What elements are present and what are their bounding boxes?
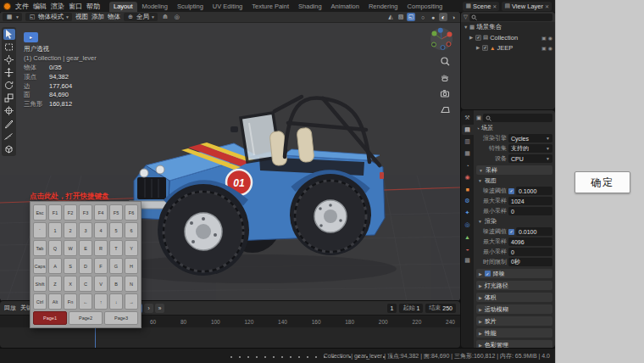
- properties-tab-icon[interactable]: ◔: [462, 160, 474, 170]
- workspace-tab[interactable]: Modeling: [138, 2, 172, 12]
- measure-tool[interactable]: [3, 131, 15, 142]
- collapsed-section-header[interactable]: ▶ 胶片: [476, 316, 552, 326]
- properties-tab-icon[interactable]: ▥: [462, 137, 474, 147]
- keyboard-key[interactable]: X: [64, 276, 77, 292]
- annotate-tool[interactable]: [3, 118, 15, 129]
- viewport-noise-field[interactable]: 0.1000: [516, 187, 552, 195]
- render-subsection-header[interactable]: ▼ 渲染: [476, 217, 552, 226]
- collapsed-section-header[interactable]: ▶ 体积: [476, 293, 552, 302]
- viewport-menu-item[interactable]: 添加: [92, 13, 104, 21]
- outliner-row-collection[interactable]: ▶ ✓ ▤ Collection ▣◉: [461, 32, 555, 42]
- workspace-tab[interactable]: Layout: [109, 2, 137, 12]
- transform-tool[interactable]: [3, 105, 15, 116]
- keyboard-key[interactable]: 6: [125, 222, 138, 238]
- zoom-icon[interactable]: [440, 56, 450, 66]
- keyboard-page-key[interactable]: Page1: [33, 311, 67, 325]
- keyboard-key[interactable]: B: [109, 276, 123, 292]
- box-select-tool[interactable]: [3, 42, 15, 53]
- scene-selector[interactable]: ▦ Scene ✕: [463, 2, 499, 11]
- keyboard-page-key[interactable]: Page2: [69, 311, 103, 325]
- keyboard-key[interactable]: F6: [125, 204, 138, 221]
- keyboard-key[interactable]: V: [94, 276, 108, 292]
- workspace-tab[interactable]: Animation: [327, 2, 364, 12]
- keyboard-key[interactable]: C: [79, 276, 92, 292]
- sampling-section-header[interactable]: ▼ 采样: [476, 165, 552, 175]
- properties-tab-icon[interactable]: ◉: [462, 172, 474, 182]
- properties-tab-icon[interactable]: ■: [462, 184, 474, 194]
- current-frame-field[interactable]: 1: [387, 304, 397, 313]
- keyboard-key[interactable]: Esc: [33, 204, 47, 221]
- collapsed-section-header[interactable]: ▶ 色彩管理: [476, 340, 552, 348]
- keyboard-key[interactable]: F1: [48, 204, 62, 221]
- feature-set-dropdown[interactable]: 支持的▼: [508, 144, 552, 153]
- viewport-min-samples-field[interactable]: 0: [508, 207, 552, 215]
- topbar-menu-item[interactable]: 窗口: [69, 2, 82, 11]
- workspace-tab[interactable]: UV Editing: [208, 2, 247, 12]
- outliner-row-jeep[interactable]: ▶ ✓ ▲ JEEP ▣◉: [461, 42, 555, 53]
- denoise-section-header[interactable]: ▶ ✓ 降噪: [476, 269, 552, 278]
- properties-tab-icon[interactable]: ⚙: [462, 196, 474, 206]
- properties-tab-icon[interactable]: ▲: [462, 232, 474, 242]
- device-dropdown[interactable]: CPU▼: [508, 154, 552, 163]
- keyboard-key[interactable]: F3: [79, 204, 92, 221]
- keyboard-key[interactable]: Caps: [33, 258, 47, 274]
- outliner-search-input[interactable]: [469, 14, 552, 21]
- keyboard-key[interactable]: 5: [109, 222, 123, 238]
- timeline-track-area[interactable]: [0, 327, 460, 348]
- keyboard-key[interactable]: 1: [48, 222, 62, 238]
- keyboard-key[interactable]: Q: [48, 240, 62, 256]
- scale-tool[interactable]: [3, 92, 15, 103]
- rendered-shading-icon[interactable]: ◑: [449, 13, 458, 21]
- material-shading-icon[interactable]: ◐: [439, 13, 447, 21]
- start-frame-field[interactable]: 起始1: [399, 304, 423, 313]
- keyboard-key[interactable]: D: [79, 258, 92, 274]
- topbar-menu-item[interactable]: 编辑: [33, 2, 47, 11]
- keyboard-page-key[interactable]: Page3: [104, 311, 138, 325]
- keyboard-key[interactable]: F4: [94, 204, 108, 221]
- time-limit-field[interactable]: 0秒: [508, 258, 552, 266]
- outliner-row-scene-collection[interactable]: ▼ ▦ 场景集合: [461, 22, 555, 32]
- rotate-tool[interactable]: [3, 80, 15, 91]
- render-min-samples-field[interactable]: 0: [508, 248, 552, 256]
- keyboard-key[interactable]: Alt: [48, 293, 62, 310]
- workspace-tab[interactable]: Sculpting: [173, 2, 208, 12]
- keyboard-key[interactable]: G: [109, 258, 123, 274]
- tweak-select-tool[interactable]: [3, 29, 15, 40]
- selectable-icon[interactable]: ▣: [541, 35, 547, 41]
- collection-checkbox[interactable]: ✓: [475, 35, 481, 41]
- blender-logo-icon[interactable]: [3, 3, 11, 10]
- confirm-button[interactable]: 确定: [575, 171, 630, 193]
- keyboard-key[interactable]: `: [33, 222, 47, 238]
- denoise-checkbox[interactable]: ✓: [485, 271, 491, 276]
- workspace-tab[interactable]: Shading: [294, 2, 326, 12]
- viewport-menu-item[interactable]: 物体: [108, 13, 120, 21]
- expand-caret-icon[interactable]: ▶: [469, 35, 474, 40]
- selectable-icon[interactable]: ▣: [541, 45, 547, 51]
- overlays-toggle-icon[interactable]: ▧: [397, 13, 405, 21]
- keyboard-key[interactable]: A: [48, 258, 62, 274]
- camera-view-icon[interactable]: [440, 88, 450, 98]
- keyboard-key[interactable]: Z: [48, 276, 62, 292]
- topbar-menu-item[interactable]: 文件: [15, 2, 29, 11]
- orientation-dropdown[interactable]: ⊕全局▼: [124, 13, 158, 21]
- keyboard-key[interactable]: →: [125, 293, 138, 310]
- noise-threshold-checkbox[interactable]: ✓: [508, 188, 514, 194]
- render-max-samples-field[interactable]: 4096: [508, 237, 552, 246]
- perspective-toggle-icon[interactable]: [440, 104, 450, 114]
- navigation-gizmo[interactable]: [430, 27, 453, 51]
- keyboard-key[interactable]: 2: [64, 222, 77, 238]
- xray-toggle-icon[interactable]: ◱: [407, 13, 415, 21]
- properties-tab-icon[interactable]: ▩: [462, 255, 474, 265]
- properties-tab-icon[interactable]: ▤: [462, 125, 474, 135]
- keyboard-key[interactable]: ←: [79, 293, 92, 310]
- object-checkbox[interactable]: ✓: [482, 45, 488, 51]
- scene-unlink-icon[interactable]: ✕: [492, 3, 497, 9]
- view-layer-unlink-icon[interactable]: ✕: [545, 3, 549, 9]
- viewport-max-samples-field[interactable]: 1024: [508, 197, 552, 205]
- wireframe-shading-icon[interactable]: ○: [419, 13, 427, 21]
- collapsed-section-header[interactable]: ▶ 性能: [476, 328, 552, 338]
- workspace-tab[interactable]: Compositing: [403, 2, 447, 12]
- pan-hand-icon[interactable]: [440, 72, 450, 82]
- keyboard-key[interactable]: T: [109, 240, 123, 256]
- render-engine-dropdown[interactable]: Cycles▼: [508, 134, 552, 142]
